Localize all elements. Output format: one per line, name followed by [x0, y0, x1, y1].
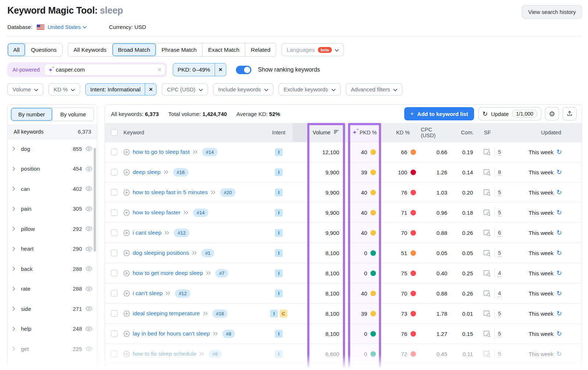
column-header-volume[interactable]: Volume: [307, 123, 345, 142]
eye-icon[interactable]: [85, 266, 93, 271]
row-checkbox[interactable]: [111, 169, 118, 175]
settings-button[interactable]: ⚙: [545, 107, 559, 120]
column-header-com[interactable]: Com.: [453, 123, 480, 142]
serp-features-icon[interactable]: [483, 250, 491, 257]
keyword-link[interactable]: how to go to sleep fast: [133, 149, 190, 155]
all-keywords-group[interactable]: All keywords 6,373: [8, 125, 97, 139]
tab-questions[interactable]: Questions: [25, 43, 62, 56]
serp-features-icon[interactable]: [483, 229, 491, 236]
refresh-row-icon[interactable]: ↻: [556, 330, 562, 337]
sidebar-item-back[interactable]: back288: [8, 259, 97, 279]
eye-icon[interactable]: [85, 346, 93, 351]
sf-count[interactable]: 4: [498, 290, 501, 297]
column-header-intent[interactable]: Intent: [265, 123, 293, 142]
open-keyword-icon[interactable]: [192, 251, 197, 255]
keyword-link[interactable]: deep sleep: [133, 169, 161, 175]
row-checkbox[interactable]: [111, 209, 118, 216]
serp-features-icon[interactable]: [483, 290, 491, 297]
sidebar-item-dog[interactable]: dog855: [8, 139, 97, 159]
add-keyword-icon[interactable]: [123, 290, 130, 297]
serp-features-icon[interactable]: [483, 330, 491, 337]
keyword-link[interactable]: how to sleep faster: [133, 209, 180, 216]
domain-search-input[interactable]: [56, 66, 155, 73]
row-checkbox[interactable]: [111, 189, 118, 196]
sf-count[interactable]: 5: [498, 310, 501, 317]
sf-count[interactable]: 5: [498, 189, 501, 196]
refresh-row-icon[interactable]: ↻: [556, 149, 562, 155]
eye-icon[interactable]: [85, 246, 93, 251]
export-button[interactable]: [563, 107, 577, 120]
serp-features-icon[interactable]: [483, 209, 491, 216]
row-checkbox[interactable]: [111, 290, 118, 297]
select-all-checkbox[interactable]: [111, 129, 118, 136]
filter-dropdown-advanced-filters[interactable]: Advanced filters: [346, 83, 403, 95]
sf-count[interactable]: 5: [498, 330, 501, 337]
serp-features-icon[interactable]: [483, 351, 491, 358]
sidebar-item-heart[interactable]: heart290: [8, 239, 97, 259]
tab-all[interactable]: All: [8, 43, 25, 56]
sidebar-tab-by-number[interactable]: By number: [11, 108, 52, 121]
sf-count[interactable]: 5: [498, 149, 501, 156]
serp-features-icon[interactable]: [483, 149, 491, 156]
database-selector[interactable]: United States: [47, 24, 87, 30]
eye-icon[interactable]: [85, 166, 93, 171]
keyword-link[interactable]: how to sleep fast in 5 minutes: [133, 189, 208, 196]
open-keyword-icon[interactable]: [164, 231, 169, 235]
sidebar-item-pillow[interactable]: pillow292: [8, 219, 97, 239]
keyword-link[interactable]: lay in bed for hours can't sleep: [133, 330, 210, 337]
serp-features-icon[interactable]: [483, 189, 491, 196]
sidebar-item-side[interactable]: side271: [8, 299, 97, 319]
row-checkbox[interactable]: [111, 310, 118, 317]
eye-icon[interactable]: [85, 146, 93, 151]
sidebar-scrollbar[interactable]: [94, 148, 96, 251]
add-keyword-icon[interactable]: [123, 169, 130, 175]
sf-count[interactable]: 6: [498, 229, 501, 236]
eye-icon[interactable]: [85, 286, 93, 291]
column-header-sf[interactable]: SF: [480, 123, 509, 142]
add-to-keyword-list-button[interactable]: + Add to keyword list: [404, 107, 474, 120]
filter-dropdown-kd[interactable]: KD %: [49, 83, 80, 95]
keyword-link[interactable]: ideal sleeping temperature: [133, 310, 200, 317]
update-button[interactable]: ↻ Update 1/1,000: [478, 107, 541, 120]
sf-count[interactable]: 5: [498, 351, 501, 358]
keyword-link[interactable]: how to fix sleep schedule: [133, 351, 196, 357]
remove-pkd-filter-icon[interactable]: ×: [215, 64, 226, 76]
refresh-row-icon[interactable]: ↻: [556, 229, 562, 236]
open-keyword-icon[interactable]: [206, 271, 211, 275]
add-keyword-icon[interactable]: [123, 250, 130, 256]
eye-icon[interactable]: [85, 326, 93, 331]
add-keyword-icon[interactable]: [123, 331, 130, 337]
languages-dropdown[interactable]: Languages beta: [282, 43, 344, 56]
column-header-pkd[interactable]: ✦PKD %: [348, 123, 381, 142]
sidebar-item-help[interactable]: help248: [8, 319, 97, 339]
tab-broad-match[interactable]: Broad Match: [112, 43, 156, 56]
open-keyword-icon[interactable]: [211, 190, 216, 195]
filter-dropdown-include-keywords[interactable]: Include keywords: [213, 83, 273, 95]
sidebar-tab-by-volume[interactable]: By volume: [52, 108, 94, 121]
serp-features-icon[interactable]: [483, 310, 491, 317]
add-keyword-icon[interactable]: [123, 270, 130, 276]
add-keyword-icon[interactable]: [123, 149, 130, 155]
eye-icon[interactable]: [85, 186, 93, 191]
add-keyword-icon[interactable]: [123, 311, 130, 317]
row-checkbox[interactable]: [111, 250, 118, 256]
sidebar-item-rate[interactable]: rate288: [8, 279, 97, 299]
refresh-row-icon[interactable]: ↻: [556, 290, 562, 297]
add-keyword-icon[interactable]: [123, 230, 130, 236]
tab-phrase-match[interactable]: Phrase Match: [156, 43, 202, 56]
column-header-keyword[interactable]: Keyword: [123, 123, 265, 142]
filter-dropdown-exclude-keywords[interactable]: Exclude keywords: [279, 83, 341, 95]
open-keyword-icon[interactable]: [165, 291, 171, 295]
eye-icon[interactable]: [85, 306, 93, 311]
open-keyword-icon[interactable]: [183, 210, 189, 215]
filter-dropdown-volume[interactable]: Volume: [7, 83, 43, 95]
eye-icon[interactable]: [85, 206, 93, 211]
refresh-row-icon[interactable]: ↻: [556, 310, 562, 317]
eye-icon[interactable]: [85, 226, 93, 231]
view-search-history-button[interactable]: View search history: [522, 5, 582, 19]
row-checkbox[interactable]: [111, 351, 118, 357]
refresh-row-icon[interactable]: ↻: [556, 270, 562, 276]
add-keyword-icon[interactable]: [123, 210, 130, 216]
refresh-row-icon[interactable]: ↻: [556, 351, 562, 357]
keyword-link[interactable]: dog sleeping positions: [133, 250, 189, 256]
